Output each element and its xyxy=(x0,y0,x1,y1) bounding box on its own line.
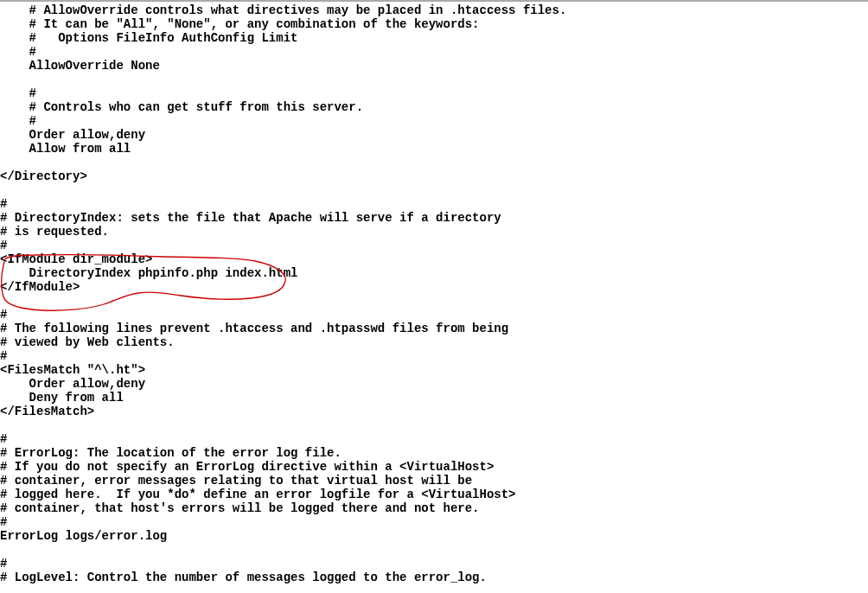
apache-config-text: # AllowOverride controls what directives… xyxy=(0,3,868,584)
